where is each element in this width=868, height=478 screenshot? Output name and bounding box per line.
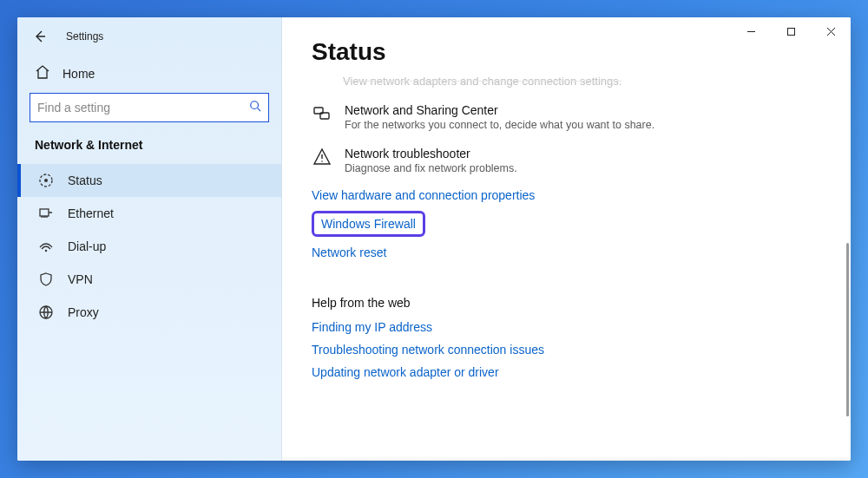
sidebar-item-label: Ethernet (68, 206, 114, 220)
back-arrow-icon[interactable] (31, 28, 49, 45)
svg-point-8 (321, 160, 323, 162)
sidebar-item-ethernet[interactable]: Ethernet (17, 197, 281, 230)
sidebar-category: Network & Internet (17, 131, 281, 164)
sidebar-item-label: VPN (68, 272, 93, 286)
option-sharing-center[interactable]: Network and Sharing Center For the netwo… (312, 103, 816, 131)
titlebar-left: Settings (17, 17, 281, 56)
main-pane: Status View network adapters and change … (282, 17, 851, 461)
link-network-reset[interactable]: Network reset (312, 246, 386, 259)
option-title: Network troubleshooter (345, 147, 517, 160)
sidebar-item-label: Dial-up (68, 239, 106, 253)
status-icon (38, 173, 54, 188)
option-title: Network and Sharing Center (345, 103, 654, 117)
sidebar-item-label: Proxy (68, 305, 99, 319)
close-button[interactable] (811, 17, 851, 45)
home-icon (35, 64, 50, 82)
svg-rect-3 (40, 209, 49, 216)
window-controls (731, 17, 851, 52)
sidebar-item-label: Status (68, 174, 102, 187)
sidebar-item-dialup[interactable]: Dial-up (17, 230, 281, 263)
settings-window: Settings Home Netwo (17, 17, 851, 461)
proxy-icon (38, 304, 54, 320)
sidebar-item-proxy[interactable]: Proxy (17, 296, 281, 329)
sidebar-item-vpn[interactable]: VPN (17, 263, 281, 296)
sidebar-item-status[interactable]: Status (17, 164, 281, 197)
scrollbar[interactable] (846, 243, 849, 416)
svg-point-0 (251, 101, 259, 109)
option-troubleshooter[interactable]: Network troubleshooter Diagnose and fix … (312, 147, 816, 174)
svg-point-2 (44, 179, 48, 182)
link-windows-firewall[interactable]: Windows Firewall (312, 211, 425, 237)
svg-rect-9 (787, 28, 794, 35)
maximize-button[interactable] (771, 17, 811, 45)
option-desc: For the networks you connect to, decide … (345, 119, 654, 131)
bottom-fade (282, 455, 851, 461)
sharing-icon (312, 103, 332, 124)
minimize-button[interactable] (731, 17, 771, 45)
help-link-trouble[interactable]: Troubleshooting network connection issue… (312, 343, 544, 357)
troubleshoot-icon (312, 147, 332, 167)
sidebar: Settings Home Netwo (17, 17, 282, 461)
help-link-ip[interactable]: Finding my IP address (312, 320, 432, 334)
scrolled-off-text: View network adapters and change connect… (312, 75, 816, 88)
search-input[interactable] (37, 101, 249, 115)
option-text: Network and Sharing Center For the netwo… (345, 103, 654, 131)
ethernet-icon (38, 206, 54, 221)
vpn-icon (38, 272, 54, 287)
sidebar-nav: Status Ethernet (17, 164, 281, 329)
search-field[interactable] (30, 93, 269, 122)
option-desc: Diagnose and fix network problems. (345, 162, 517, 174)
svg-point-4 (45, 250, 47, 252)
help-link-driver[interactable]: Updating network adapter or driver (312, 365, 499, 379)
link-hardware-properties[interactable]: View hardware and connection properties (312, 188, 535, 202)
sidebar-item-home[interactable]: Home (17, 56, 281, 89)
help-section-title: Help from the web (312, 296, 816, 310)
dialup-icon (38, 239, 54, 254)
sidebar-item-label: Home (62, 67, 95, 81)
help-links: Finding my IP address Troubleshooting ne… (312, 320, 816, 379)
search-icon (249, 100, 261, 115)
status-links: View hardware and connection properties … (312, 188, 816, 259)
option-text: Network troubleshooter Diagnose and fix … (345, 147, 517, 174)
search-wrap (17, 89, 281, 131)
window-title: Settings (66, 30, 103, 43)
